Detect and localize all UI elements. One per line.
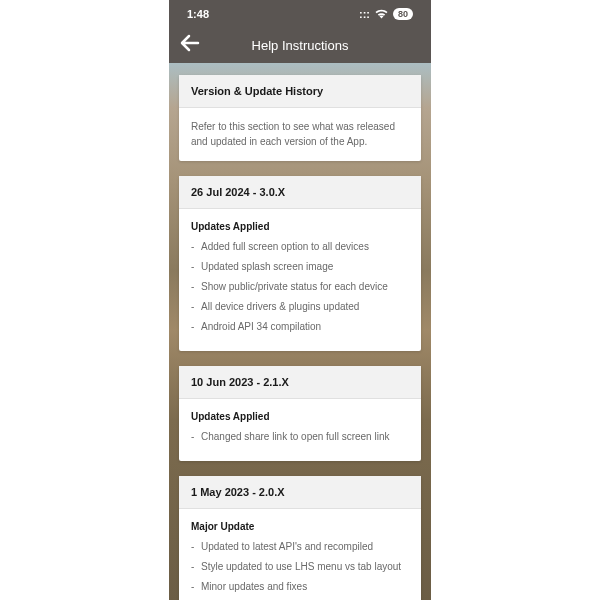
update-list: Updated to latest API's and recompiled S… [191,539,409,594]
release-body: Updates Applied Added full screen option… [179,209,421,351]
release-body: Major Update Updated to latest API's and… [179,509,421,600]
back-arrow-icon [180,34,200,52]
release-card: 26 Jul 2024 - 3.0.X Updates Applied Adde… [179,176,421,351]
list-item: Changed share link to open full screen l… [191,429,409,444]
list-item: Minor updates and fixes [191,579,409,594]
release-section-title: Updates Applied [191,221,409,232]
signal-icon: ::: [359,8,370,20]
update-list: Changed share link to open full screen l… [191,429,409,444]
phone-frame: 1:48 ::: 80 Help Instructions Version & … [169,0,431,600]
content-scroll[interactable]: Version & Update History Refer to this s… [169,63,431,600]
release-card: 10 Jun 2023 - 2.1.X Updates Applied Chan… [179,366,421,461]
wifi-icon [375,9,388,19]
intro-card: Version & Update History Refer to this s… [179,75,421,161]
release-section-title: Updates Applied [191,411,409,422]
battery-icon: 80 [393,8,413,20]
release-header: 26 Jul 2024 - 3.0.X [179,176,421,209]
status-time: 1:48 [187,8,209,20]
status-icons: ::: 80 [359,8,413,20]
list-item: Added full screen option to all devices [191,239,409,254]
intro-text: Refer to this section to see what was re… [191,120,409,149]
back-button[interactable] [180,34,200,57]
list-item: All device drivers & plugins updated [191,299,409,314]
list-item: Android API 34 compilation [191,319,409,334]
intro-body: Refer to this section to see what was re… [179,108,421,161]
list-item: Updated to latest API's and recompiled [191,539,409,554]
release-body: Updates Applied Changed share link to op… [179,399,421,461]
release-header: 10 Jun 2023 - 2.1.X [179,366,421,399]
status-bar: 1:48 ::: 80 [169,0,431,28]
release-card: 1 May 2023 - 2.0.X Major Update Updated … [179,476,421,600]
nav-bar: Help Instructions [169,28,431,63]
intro-header: Version & Update History [179,75,421,108]
update-list: Added full screen option to all devices … [191,239,409,334]
release-header: 1 May 2023 - 2.0.X [179,476,421,509]
list-item: Show public/private status for each devi… [191,279,409,294]
list-item: Style updated to use LHS menu vs tab lay… [191,559,409,574]
page-title: Help Instructions [169,38,431,53]
list-item: Updated splash screen image [191,259,409,274]
release-section-title: Major Update [191,521,409,532]
